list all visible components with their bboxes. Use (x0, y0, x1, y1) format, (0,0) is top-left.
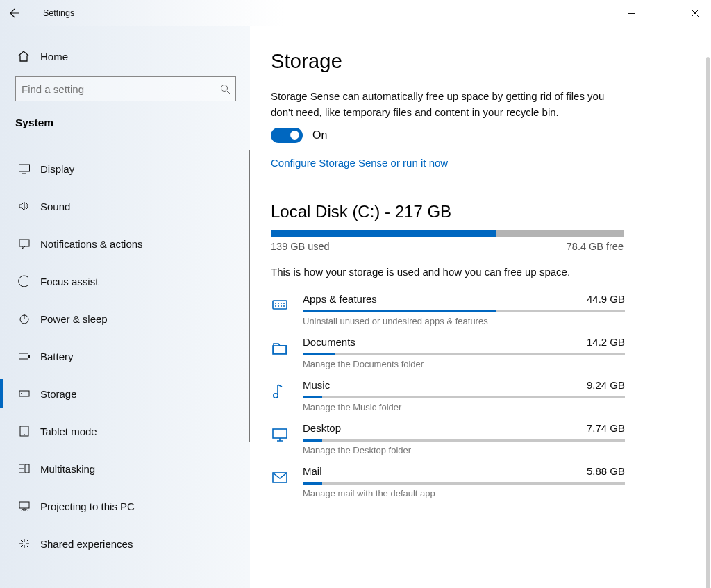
close-button[interactable] (679, 2, 711, 24)
category-bar (303, 396, 625, 398)
sidebar-item-multitasking[interactable]: Multitasking (0, 450, 250, 487)
maximize-button[interactable] (647, 2, 679, 24)
category-size: 44.9 GB (587, 293, 625, 305)
svg-rect-0 (660, 10, 667, 17)
svg-rect-11 (273, 301, 287, 309)
sound-icon (17, 199, 32, 214)
sidebar-item-sound[interactable]: Sound (0, 187, 250, 225)
disk-used-label: 139 GB used (271, 241, 330, 252)
main-content: Storage Storage Sense can automatically … (250, 26, 711, 588)
home-label: Home (40, 51, 68, 62)
music-icon (271, 380, 293, 403)
category-desc: Uninstall unused or undesired apps & fea… (303, 316, 625, 326)
documents-icon (271, 337, 293, 360)
svg-point-1 (221, 85, 227, 91)
toggle-label: On (312, 129, 327, 142)
category-desc: Manage mail with the default app (303, 488, 625, 498)
sidebar-item-display[interactable]: Display (0, 150, 250, 187)
sidebar-item-label: Power & sleep (40, 313, 108, 325)
sidebar-item-label: Tablet mode (40, 426, 97, 437)
category-desc: Manage the Documents folder (303, 359, 625, 369)
projecting-icon (17, 498, 32, 514)
shared-icon (17, 536, 32, 551)
scrollbar[interactable] (706, 57, 710, 588)
sidebar-item-label: Shared experiences (40, 538, 133, 550)
display-icon (17, 161, 32, 176)
sidebar-item-label: Focus assist (40, 276, 98, 287)
mail-icon (271, 467, 293, 489)
category-name: Desktop (303, 422, 341, 434)
category-name: Music (303, 379, 330, 391)
home-icon (17, 50, 31, 62)
sidebar-item-tablet[interactable]: Tablet mode (0, 412, 250, 450)
minimize-button[interactable] (615, 2, 647, 24)
category-bar (303, 310, 625, 312)
disk-heading: Local Disk (C:) - 217 GB (271, 202, 711, 221)
close-icon (691, 9, 699, 17)
svg-rect-2 (19, 165, 30, 171)
category-list: Apps & features44.9 GBUninstall unused o… (271, 293, 625, 498)
svg-point-8 (21, 393, 22, 394)
battery-icon (17, 348, 32, 364)
nav-list: Display Sound Notifications & actions Fo… (0, 150, 250, 562)
disk-usage-labels: 139 GB used 78.4 GB free (271, 241, 624, 252)
sidebar-item-label: Display (40, 163, 74, 175)
notifications-icon (17, 236, 32, 251)
category-bar (303, 482, 625, 485)
svg-point-13 (274, 393, 278, 397)
category-bar (303, 439, 625, 442)
sidebar: Home System Display Sound (0, 26, 250, 588)
sidebar-item-battery[interactable]: Battery (0, 337, 250, 375)
category-item-apps[interactable]: Apps & features44.9 GBUninstall unused o… (271, 293, 625, 326)
category-size: 9.24 GB (587, 379, 625, 391)
sidebar-item-label: Storage (40, 388, 77, 400)
apps-icon (271, 294, 293, 317)
sidebar-item-label: Battery (40, 351, 74, 362)
back-button[interactable] (0, 0, 29, 26)
multitasking-icon (17, 461, 32, 476)
focus-icon (17, 274, 32, 289)
svg-rect-10 (19, 502, 29, 508)
desktop-icon (271, 423, 293, 446)
power-icon (17, 311, 32, 326)
category-item-documents[interactable]: Documents14.2 GBManage the Documents fol… (271, 336, 625, 369)
sidebar-item-focusassist[interactable]: Focus assist (0, 262, 250, 300)
storage-icon (17, 386, 32, 401)
sidebar-item-label: Multitasking (40, 463, 95, 475)
section-label: System (0, 112, 250, 137)
category-item-music[interactable]: Music9.24 GBManage the Music folder (271, 379, 625, 412)
category-item-mail[interactable]: Mail5.88 GBManage mail with the default … (271, 465, 625, 498)
minimize-icon (628, 10, 635, 17)
svg-rect-3 (19, 240, 29, 246)
window-title: Settings (43, 8, 74, 18)
disk-usage-bar (271, 230, 624, 237)
category-name: Documents (303, 336, 356, 348)
tablet-icon (17, 423, 32, 439)
category-item-desktop[interactable]: Desktop7.74 GBManage the Desktop folder (271, 422, 625, 455)
storage-sense-toggle-row: On (271, 128, 711, 143)
maximize-icon (660, 10, 667, 17)
sidebar-item-label: Sound (40, 201, 70, 212)
sidebar-item-projecting[interactable]: Projecting to this PC (0, 487, 250, 525)
category-name: Apps & features (303, 293, 377, 305)
category-size: 5.88 GB (587, 465, 625, 477)
sidebar-item-home[interactable]: Home (0, 43, 250, 69)
category-size: 14.2 GB (587, 336, 625, 348)
category-size: 7.74 GB (587, 422, 625, 434)
sidebar-item-power[interactable]: Power & sleep (0, 300, 250, 337)
category-desc: Manage the Music folder (303, 402, 625, 412)
sidebar-item-notifications[interactable]: Notifications & actions (0, 225, 250, 262)
svg-rect-6 (28, 355, 30, 358)
sidebar-item-storage[interactable]: Storage (0, 375, 250, 412)
search-input[interactable] (16, 83, 215, 96)
search-input-wrap[interactable] (15, 76, 236, 101)
svg-rect-14 (273, 429, 287, 438)
category-bar (303, 353, 625, 355)
storage-sense-toggle[interactable] (271, 128, 303, 143)
sidebar-item-shared[interactable]: Shared experiences (0, 525, 250, 562)
titlebar: Settings (0, 0, 711, 26)
category-name: Mail (303, 465, 322, 477)
arrow-left-icon (9, 8, 20, 19)
configure-link[interactable]: Configure Storage Sense or run it now (271, 157, 711, 169)
category-desc: Manage the Desktop folder (303, 445, 625, 455)
